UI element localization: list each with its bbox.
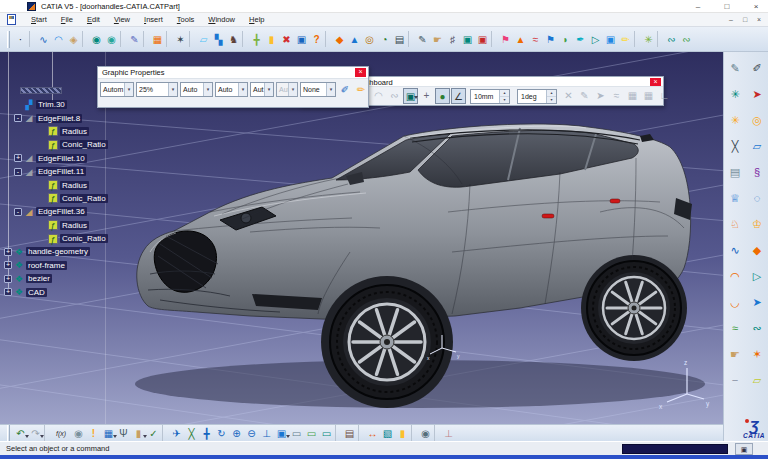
transparency-select[interactable]: 25% ▾ (136, 82, 178, 97)
layer-select[interactable]: None ▾ (300, 82, 336, 97)
wave-icon[interactable]: ≈ (528, 31, 543, 48)
chevron-down-icon[interactable]: ▾ (264, 83, 273, 96)
chevron-down-icon[interactable]: ▾ (288, 83, 297, 96)
tree-item-bezier[interactable]: + ❖ bezier (0, 272, 108, 285)
light-plane-icon[interactable]: ▱ (196, 31, 211, 48)
point-symbol-select[interactable]: Aut ▾ (250, 82, 274, 97)
length-up-icon[interactable]: ▴ (500, 90, 509, 97)
patch-icon[interactable]: ▱ (746, 133, 768, 159)
keep-icon[interactable]: ▮ (264, 31, 279, 48)
hand-tool-icon[interactable]: ☛ (724, 341, 746, 367)
extract-icon[interactable]: ◉ (89, 31, 104, 48)
xcross-icon[interactable]: ╳ (724, 133, 746, 159)
shell-alt-icon[interactable]: ◡ (724, 289, 746, 315)
rear-door-handle-highlight[interactable] (610, 199, 620, 203)
car-icon[interactable]: ▣ (294, 31, 309, 48)
cube-icon[interactable]: ▣ (460, 31, 475, 48)
net-icon[interactable]: ✳ (641, 31, 656, 48)
surface-patch-icon[interactable]: ◠ (51, 31, 66, 48)
tree-item-conic-ratio-3[interactable]: ƒ Conic_Ratio (0, 232, 108, 245)
corner-icon[interactable]: ∟ (657, 88, 672, 104)
snap-arrow-icon[interactable]: ➤ (593, 88, 608, 104)
lock-icon[interactable]: ▮ (131, 425, 146, 442)
extract-bis-icon[interactable]: ◉ (104, 31, 119, 48)
bug-icon[interactable]: ◆ (746, 237, 768, 263)
leaf-icon[interactable]: ◗ (558, 31, 573, 48)
tree-item-radius-1[interactable]: ƒ Radius (0, 125, 108, 138)
line-type-select[interactable]: Auto ▾ (215, 82, 248, 97)
car-wireframe-model[interactable]: x y (135, 124, 705, 408)
zoom-in-icon[interactable]: ⊕ (229, 425, 244, 442)
kite-icon[interactable]: ▷ (588, 31, 603, 48)
check-icon[interactable]: ✓ (146, 425, 161, 442)
swan2-icon[interactable]: ∾ (679, 31, 694, 48)
tree-item-handle-geometry[interactable]: + ❖ handle-geometry (0, 245, 108, 258)
splat-icon[interactable]: ✳ (724, 81, 746, 107)
auto-detection-icon[interactable]: ● (435, 88, 450, 104)
arrow-up-icon[interactable]: ▲ (347, 31, 362, 48)
tree-item-edgefillet-10[interactable]: + ◢ EdgeFillet.10 (0, 152, 108, 165)
tree-item-trim-30[interactable]: ▞ Trim.30 (0, 98, 108, 111)
relations-icon[interactable]: Ψ (116, 425, 131, 442)
select-icon[interactable]: · (13, 31, 28, 48)
style-pen-icon[interactable]: ✎ (724, 55, 746, 81)
comment-icon[interactable]: ◉ (71, 425, 86, 442)
render-style-select[interactable]: Aut ▾ (276, 82, 298, 97)
bulb-icon[interactable]: ! (86, 425, 101, 442)
wizard-icon[interactable]: ✏ (354, 82, 368, 97)
painter-icon[interactable]: ✐ (338, 82, 352, 97)
furtive-display-icon[interactable]: ▣ (403, 88, 418, 104)
tree-item-edgefillet-8[interactable]: - ◢ EdgeFillet.8 (0, 111, 108, 124)
dart-icon[interactable]: ➤ (746, 289, 768, 315)
line-icon[interactable]: − (724, 367, 746, 393)
menu-start[interactable]: Start (24, 13, 54, 26)
menu-help[interactable]: Help (242, 13, 271, 26)
target-icon[interactable]: ╋ (249, 31, 264, 48)
dashboard-close-icon[interactable]: × (650, 78, 661, 87)
globe-icon[interactable]: ◔ (377, 31, 392, 48)
tree-item-edgefillet-11[interactable]: - ◢ EdgeFillet.11 (0, 165, 108, 178)
toolbar-grip[interactable] (7, 425, 10, 442)
chevron-down-icon[interactable]: ▾ (124, 83, 133, 96)
mountain-icon[interactable]: ▲ (513, 31, 528, 48)
catalog-icon[interactable]: ▤ (342, 425, 357, 442)
graphic-properties-title-bar[interactable]: Graphic Properties × (98, 67, 368, 79)
star-icon[interactable]: ✶ (746, 341, 768, 367)
pen-yellow-icon[interactable]: ✏ (618, 31, 633, 48)
horse-icon[interactable]: ♞ (226, 31, 241, 48)
ring-tool-icon[interactable]: ◌ (746, 185, 768, 211)
redo-icon[interactable]: ↷ (28, 425, 43, 442)
datum-feature-icon[interactable]: ⊥ (441, 425, 456, 442)
menu-tools[interactable]: Tools (170, 13, 202, 26)
tree-item-conic-ratio-1[interactable]: ƒ Conic_Ratio (0, 138, 108, 151)
chevron-down-icon[interactable]: ▾ (238, 83, 247, 96)
flag-pink-icon[interactable]: ⚑ (498, 31, 513, 48)
grid-icon[interactable]: ▦ (150, 31, 165, 48)
flag-blue-icon[interactable]: ⚑ (543, 31, 558, 48)
shell-icon[interactable]: ◠ (724, 263, 746, 289)
fly-mode-icon[interactable]: ✈ (169, 425, 184, 442)
zoom-out-icon[interactable]: ⊖ (244, 425, 259, 442)
undo-icon[interactable]: ↶ (13, 425, 28, 442)
fill-color-select[interactable]: Autom ▾ (100, 82, 134, 97)
normal-view-icon[interactable]: ⊥ (259, 425, 274, 442)
measure-between-icon[interactable]: ↔ (365, 425, 380, 442)
fit-all-icon[interactable]: ╳ (184, 425, 199, 442)
slope-icon[interactable]: ∠ (451, 88, 466, 104)
remove-icon[interactable]: ✖ (279, 31, 294, 48)
kite-tool-icon[interactable]: ▷ (746, 263, 768, 289)
line-weight-select[interactable]: Auto ▾ (180, 82, 213, 97)
chevron-down-icon[interactable]: ▾ (203, 83, 212, 96)
tree-item-roof-frame[interactable]: + ❖ roof-frame (0, 259, 108, 272)
rotate-icon[interactable]: ↻ (214, 425, 229, 442)
swan-icon[interactable]: ∾ (664, 31, 679, 48)
monitor-icon[interactable]: ▣ (603, 31, 618, 48)
wave-green-icon[interactable]: ≈ (724, 315, 746, 341)
cursor-icon[interactable]: ➤ (746, 81, 768, 107)
s-curve-icon[interactable]: § (746, 159, 768, 185)
tree-item-cad[interactable]: + ❖ CAD (0, 285, 108, 298)
tree-item-edgefillet-36[interactable]: - ◢ EdgeFillet.36 (0, 205, 108, 218)
angle-down-icon[interactable]: ▾ (547, 97, 556, 103)
plane-icon[interactable]: ◈ (66, 31, 81, 48)
command-input[interactable] (622, 444, 728, 454)
